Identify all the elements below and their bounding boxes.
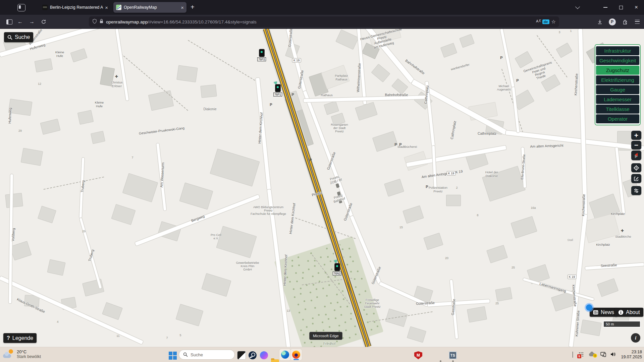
onedrive-alert-icon[interactable]: ! (589, 352, 595, 356)
building (495, 287, 512, 301)
edit-map-button[interactable] (631, 174, 641, 183)
map-settings-button[interactable] (631, 186, 641, 195)
copilot-icon[interactable] (260, 351, 268, 359)
tray-app-badge-icon[interactable]: 5 (579, 352, 584, 357)
info-icon (618, 310, 624, 315)
firefox-view-icon[interactable] (17, 4, 25, 11)
house-number: 20 (445, 256, 448, 260)
translate-icon[interactable]: A (536, 19, 541, 25)
building (336, 30, 359, 49)
taskbar-clock[interactable]: 23:18 19.07.2025 (621, 350, 642, 360)
shield-icon[interactable] (92, 19, 97, 25)
tree (314, 265, 316, 267)
new-tab-button[interactable]: + (191, 3, 195, 11)
window-close-button[interactable]: × (631, 4, 641, 11)
weather-icon (3, 349, 14, 359)
legend-button[interactable]: ? Legende (3, 333, 37, 343)
widgets-icon[interactable] (237, 351, 246, 359)
tab-list-chevron-icon[interactable] (573, 4, 583, 11)
back-icon[interactable]: ← (16, 18, 24, 26)
bookmark-star-icon[interactable]: ☆ (551, 19, 556, 25)
layer-button-gauge[interactable]: Gauge (596, 85, 639, 94)
map-label: Michael Augenarzt (497, 84, 511, 91)
zoom-in-button[interactable]: + (631, 131, 641, 140)
building (48, 260, 65, 276)
house-number: 15 (399, 226, 403, 229)
tree (361, 278, 363, 280)
news-button[interactable]: News (590, 308, 618, 317)
url-bar[interactable]: openrailwaymap.app/#view=16.66/54.233335… (89, 16, 559, 27)
house-number: 7 (166, 336, 168, 340)
signal-label: 76N2 (333, 272, 341, 276)
menu-hamburger-icon[interactable] (633, 18, 641, 26)
road-ref-badge: K 19 (447, 171, 456, 176)
ts-app-icon[interactable]: TS (449, 351, 457, 359)
tab-close-icon[interactable]: × (181, 5, 184, 10)
tree (300, 329, 302, 331)
map-canvas[interactable]: RosenstraßeHufenwegKleine HufeKleine Huf… (0, 29, 644, 347)
window-restore-button[interactable] (616, 4, 626, 11)
map-label: AWO Bildungszentrum Preetz Fachschule fü… (251, 205, 286, 216)
locate-button[interactable] (631, 163, 641, 172)
cast-display-icon[interactable] (600, 352, 606, 358)
map-label: Kirchplatz (596, 243, 610, 247)
tree (340, 306, 341, 308)
firefox-icon[interactable] (292, 351, 300, 359)
taskbar-search[interactable]: Suche (179, 350, 235, 360)
tree (294, 296, 296, 298)
question-icon: ? (7, 335, 10, 341)
tab-title: OpenRailwayMap (124, 5, 179, 10)
attribution-button[interactable]: i (631, 333, 640, 343)
start-button[interactable] (169, 351, 177, 360)
edge-icon[interactable] (281, 351, 289, 359)
translate-language-badge[interactable]: de (542, 19, 549, 24)
tab-openrailwaymap[interactable]: OpenRailwayMap × (113, 2, 186, 13)
tree (365, 290, 366, 292)
layer-button-infrastruktur[interactable]: Infrastruktur (596, 46, 639, 55)
edge-app-box[interactable] (279, 349, 291, 360)
tab-close-icon[interactable]: × (105, 5, 108, 10)
profile-button[interactable]: P (608, 18, 616, 26)
parking-icon: P (426, 185, 428, 189)
layer-button-lademesser[interactable]: Lademesser (596, 95, 639, 104)
taskbar-tooltip: Microsoft Edge (309, 332, 342, 340)
layer-button-geschwindigkeit[interactable]: Geschwindigkeit (596, 56, 639, 65)
window-minimize-button[interactable] (600, 4, 610, 11)
taskbar: 20°C Stark bewölkt Suche M TS 5 ! (0, 347, 644, 362)
weather-widget[interactable]: 20°C Stark bewölkt (3, 349, 41, 359)
reload-icon[interactable] (40, 18, 48, 26)
layer-button-titelklasse[interactable]: Titelklasse (596, 105, 639, 114)
tab-favicon (42, 5, 48, 10)
tray-chevron-icon[interactable] (573, 352, 573, 358)
mcafee-icon[interactable]: M (414, 351, 422, 359)
sidebar-toggle-icon[interactable] (5, 18, 13, 26)
layer-button-zugschutz[interactable]: Zugschutz (596, 66, 639, 75)
tab-berlin-leipzig[interactable]: Berlin-Leipzig Remastered Aktu × (40, 2, 111, 13)
map-label: Seestraße (600, 263, 617, 268)
steam-icon[interactable] (249, 351, 257, 359)
tree (302, 272, 304, 274)
extensions-puzzle-icon[interactable] (621, 18, 629, 26)
layer-button-operator[interactable]: Operator (596, 114, 639, 123)
building (373, 131, 397, 152)
zoom-out-button[interactable]: − (631, 141, 641, 149)
tree (324, 306, 326, 307)
map-label: Rosengarten der Stadt Preetz (331, 123, 348, 133)
downloads-icon[interactable] (596, 18, 604, 26)
firefox-app-box[interactable] (290, 349, 302, 360)
compass-button[interactable] (631, 150, 641, 160)
forward-icon[interactable]: → (28, 18, 36, 26)
building (487, 245, 507, 263)
map-label: Kirchplatz (611, 212, 625, 216)
about-button[interactable]: About (615, 308, 643, 317)
browser-toolbar: ← → openrailwaymap.app/#view=16.66/54.23… (0, 15, 644, 29)
lock-icon[interactable] (100, 19, 103, 25)
map-label: Rathaus (321, 94, 332, 97)
file-explorer-icon[interactable] (271, 359, 279, 362)
tree (298, 304, 299, 305)
layer-button-elektrifizierung[interactable]: Elektrifizierung (596, 75, 639, 84)
url-text[interactable]: openrailwaymap.app/#view=16.66/54.233335… (106, 19, 536, 24)
map-search-button[interactable]: Suche (4, 32, 33, 42)
speaker-icon[interactable] (610, 352, 616, 358)
house-number: 29 (18, 129, 22, 132)
